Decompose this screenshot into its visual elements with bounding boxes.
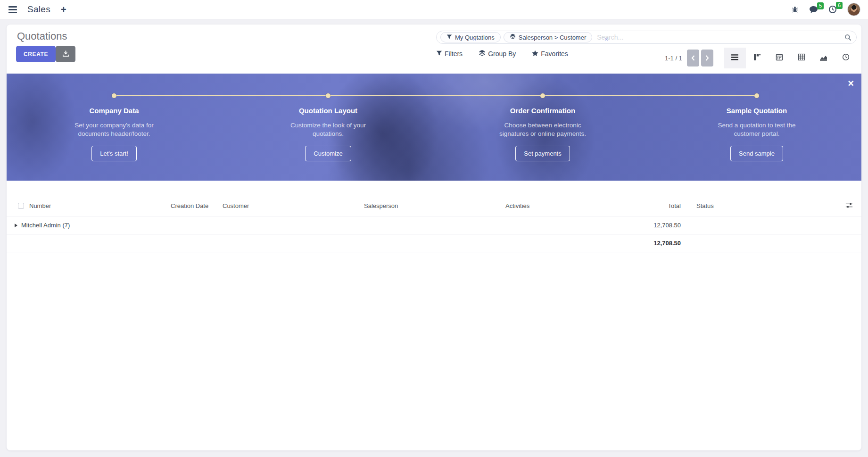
message-count-badge: 5 (817, 2, 824, 9)
list-icon (731, 53, 739, 63)
kanban-view-button[interactable] (746, 48, 768, 68)
list-footer-row: 12,708.50 (7, 234, 861, 252)
progress-dot (754, 93, 759, 98)
close-icon[interactable]: × (848, 78, 854, 89)
filters-menu-label: Filters (445, 50, 463, 58)
search-input[interactable]: Search... (597, 33, 844, 41)
step-title: Sample Quotation (691, 107, 823, 115)
activity-view-button[interactable] (835, 48, 857, 68)
search-menus: Filters Group By Favorites (436, 50, 568, 58)
onboarding-step-quotation-layout: Quotation Layout Customize the look of y… (262, 107, 394, 161)
column-header-creation-date[interactable]: Creation Date (167, 202, 219, 209)
pivot-icon (798, 53, 805, 63)
calendar-icon (776, 53, 783, 63)
group-row-mitchell-admin[interactable]: Mitchell Admin (7) 12,708.50 (7, 216, 861, 234)
group-total: 12,708.50 (615, 222, 685, 229)
groupby-menu-label: Group By (488, 50, 516, 58)
onboarding-banner: × Company Data Set your company's data f… (7, 74, 861, 181)
pager: 1-1 / 1 (665, 50, 713, 66)
customize-button[interactable]: Customize (305, 146, 351, 161)
activities-clock-icon[interactable]: 6 (828, 5, 837, 14)
content-panel: Quotations CREATE My Quotations (7, 25, 861, 450)
column-header-status[interactable]: Status (685, 202, 837, 209)
kanban-icon (753, 53, 761, 63)
progress-dot (112, 93, 116, 98)
export-button[interactable] (56, 46, 75, 62)
hamburger-menu-icon[interactable] (5, 3, 21, 16)
funnel-icon (436, 50, 442, 58)
facet-remove-icon[interactable]: × (472, 36, 476, 42)
step-title: Order Confirmation (477, 107, 609, 115)
graph-icon (819, 53, 827, 63)
list-header-row: Number Creation Date Customer Salesperso… (7, 196, 861, 216)
column-header-salesperson[interactable]: Salesperson (360, 202, 502, 209)
onboarding-step-sample-quotation: Sample Quotation Send a quotation to tes… (691, 107, 823, 161)
onboarding-step-company-data: Company Data Set your company's data for… (48, 107, 180, 161)
send-sample-button[interactable]: Send sample (730, 146, 783, 161)
download-icon (62, 50, 69, 58)
view-switcher (724, 48, 857, 68)
onboarding-step-order-confirmation: Order Confirmation Choose between electr… (477, 107, 609, 161)
column-header-customer[interactable]: Customer (219, 202, 360, 209)
layers-icon (510, 33, 516, 41)
step-description: Customize the look of your quotations. (288, 121, 368, 138)
bug-icon[interactable] (791, 6, 799, 13)
graph-view-button[interactable] (812, 48, 835, 68)
facet-remove-icon[interactable]: × (604, 36, 608, 42)
search-facet-my-quotations[interactable]: My Quotations (440, 32, 501, 42)
pivot-view-button[interactable] (790, 48, 812, 68)
magnifier-icon[interactable] (844, 34, 851, 41)
progress-dot (326, 93, 331, 98)
funnel-icon (446, 34, 452, 41)
group-toggle[interactable]: Mitchell Admin (7) (7, 222, 502, 229)
activity-clock-icon (842, 53, 850, 63)
step-title: Company Data (48, 107, 180, 115)
search-facet-groupby[interactable]: Salesperson > Customer (504, 32, 592, 42)
expand-triangle-icon (15, 224, 17, 227)
quotations-list: Number Creation Date Customer Salesperso… (7, 196, 861, 252)
pager-previous-button[interactable] (687, 50, 699, 66)
column-header-total[interactable]: Total (615, 202, 685, 209)
step-description: Send a quotation to test the customer po… (710, 121, 804, 138)
favorites-menu[interactable]: Favorites (532, 50, 568, 58)
group-label: Mitchell Admin (7) (21, 222, 70, 229)
favorites-menu-label: Favorites (541, 50, 568, 58)
list-view-button[interactable] (724, 48, 746, 68)
step-title: Quotation Layout (262, 107, 394, 115)
user-avatar[interactable] (847, 3, 860, 16)
page-title: Quotations (17, 30, 67, 42)
select-all-checkbox[interactable] (18, 203, 24, 209)
calendar-view-button[interactable] (768, 48, 790, 68)
column-header-activities[interactable]: Activities (502, 202, 615, 209)
layers-icon (479, 50, 486, 58)
search-bar[interactable]: My Quotations Salesperson > Customer Sea… (436, 31, 857, 44)
sliders-icon (845, 202, 853, 210)
messages-icon[interactable]: 5 (809, 6, 818, 14)
filters-menu[interactable]: Filters (436, 50, 463, 58)
pager-next-button[interactable] (701, 50, 713, 66)
set-payments-button[interactable]: Set payments (515, 146, 570, 161)
column-header-number[interactable]: Number (25, 202, 167, 209)
step-description: Choose between electronic signatures or … (490, 121, 596, 138)
progress-dot (540, 93, 545, 98)
plus-icon[interactable]: + (57, 4, 70, 15)
top-navbar: Sales + 5 6 (0, 0, 868, 19)
activity-count-badge: 6 (836, 2, 843, 9)
lets-start-button[interactable]: Let's start! (91, 146, 137, 161)
create-button[interactable]: CREATE (16, 46, 56, 62)
groupby-menu[interactable]: Group By (479, 50, 516, 58)
step-description: Set your company's data for documents he… (68, 121, 160, 138)
facet-label: Salesperson > Customer (519, 34, 586, 41)
progress-line (114, 95, 757, 96)
pager-text: 1-1 / 1 (665, 55, 682, 62)
footer-total: 12,708.50 (615, 240, 685, 247)
app-name[interactable]: Sales (27, 4, 50, 15)
star-icon (532, 50, 538, 58)
optional-columns-button[interactable] (837, 202, 861, 210)
